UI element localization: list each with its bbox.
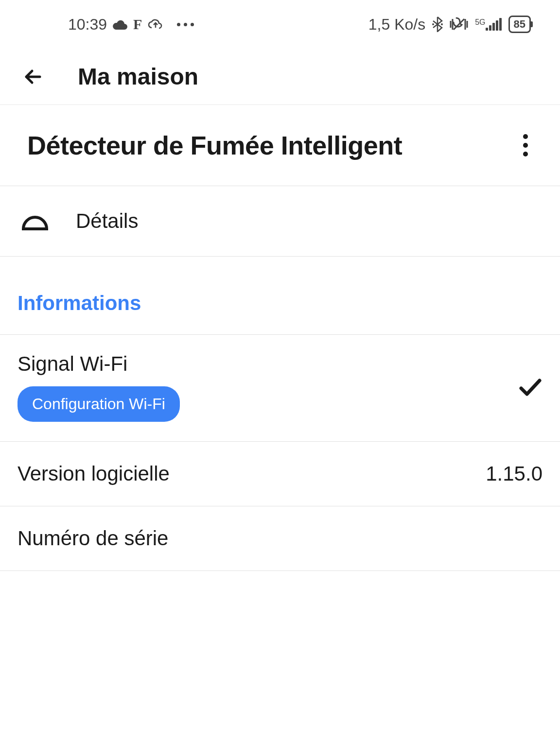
signal-icon (486, 18, 502, 31)
nav-header: Ma maison (0, 49, 560, 104)
wifi-row: Signal Wi-Fi Configuration Wi-Fi (0, 335, 560, 442)
wifi-label: Signal Wi-Fi (18, 352, 180, 376)
svg-point-0 (432, 23, 434, 25)
serial-number-row[interactable]: Numéro de série (0, 506, 560, 571)
cloud-upload-icon (148, 18, 163, 31)
back-button[interactable] (23, 67, 43, 86)
check-icon (518, 378, 542, 397)
more-menu-button[interactable] (518, 129, 533, 161)
software-version-label: Version logicielle (18, 462, 170, 485)
cloud-icon (113, 19, 127, 30)
more-notifications-icon (177, 23, 194, 26)
status-left: 10:39 F (68, 16, 194, 34)
status-data-rate: 1,5 Ko/s (368, 16, 425, 34)
network-type: 5G (475, 18, 501, 31)
device-title: Détecteur de Fumée Intelligent (27, 130, 402, 160)
status-bar: 10:39 F 1,5 Ko/s 5G (0, 0, 560, 49)
details-label: Détails (76, 209, 138, 233)
software-version-value: 1.15.0 (486, 462, 542, 485)
section-informations: Informations (0, 257, 560, 335)
status-time: 10:39 (68, 16, 107, 34)
vibrate-icon (450, 16, 468, 33)
f-app-icon: F (133, 16, 142, 33)
bluetooth-icon (432, 17, 443, 32)
serial-number-label: Numéro de série (18, 527, 168, 550)
svg-point-1 (441, 23, 443, 25)
nav-title: Ma maison (78, 63, 198, 90)
battery-icon: 85 (508, 16, 531, 33)
details-row[interactable]: Détails (0, 186, 560, 257)
software-version-row[interactable]: Version logicielle 1.15.0 (0, 442, 560, 506)
gauge-icon (20, 211, 50, 231)
status-right: 1,5 Ko/s 5G 85 (368, 16, 531, 34)
wifi-config-button[interactable]: Configuration Wi-Fi (18, 386, 180, 422)
device-header: Détecteur de Fumée Intelligent (0, 105, 560, 186)
